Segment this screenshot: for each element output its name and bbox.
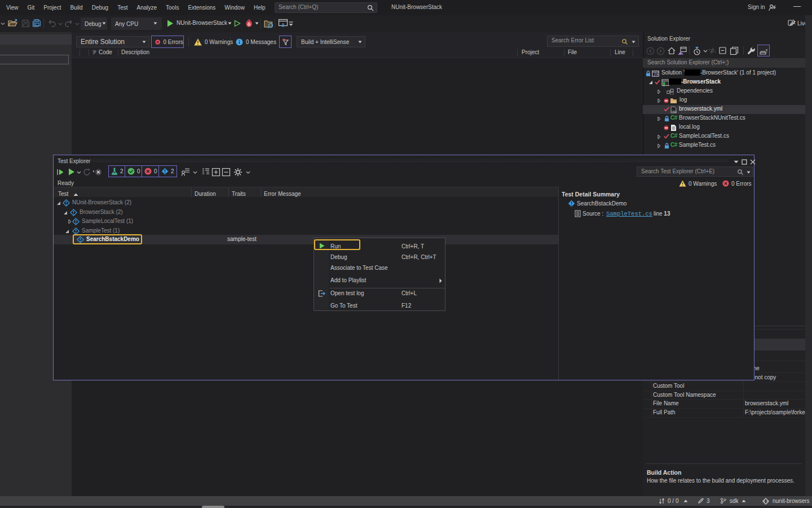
svg-text:YML: YML [671,110,677,113]
